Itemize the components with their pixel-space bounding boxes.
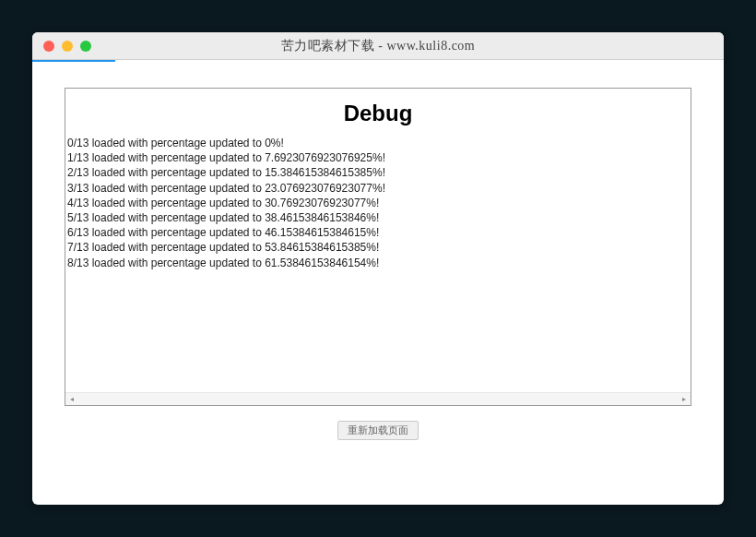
maximize-icon[interactable] <box>80 41 91 52</box>
reload-button[interactable]: 重新加载页面 <box>337 421 419 440</box>
window-titlebar: 苦力吧素材下载 - www.kuli8.com <box>32 32 724 60</box>
debug-panel: Debug 0/13 loaded with percentage update… <box>65 88 691 406</box>
log-line: 5/13 loaded with percentage updated to 3… <box>67 210 689 225</box>
log-line: 7/13 loaded with percentage updated to 5… <box>67 240 689 255</box>
log-line: 1/13 loaded with percentage updated to 7… <box>67 150 689 165</box>
debug-header: Debug <box>65 89 691 136</box>
scroll-right-icon[interactable]: ▸ <box>678 393 691 406</box>
log-line: 0/13 loaded with percentage updated to 0… <box>67 136 689 150</box>
log-line: 3/13 loaded with percentage updated to 2… <box>67 181 689 196</box>
horizontal-scrollbar[interactable]: ◂ ▸ <box>65 392 691 405</box>
minimize-icon[interactable] <box>62 41 73 52</box>
browser-window: 苦力吧素材下载 - www.kuli8.com Debug 0/13 loade… <box>32 32 724 505</box>
log-line: 2/13 loaded with percentage updated to 1… <box>67 165 689 180</box>
content-area: Debug 0/13 loaded with percentage update… <box>32 62 724 505</box>
log-line: 6/13 loaded with percentage updated to 4… <box>67 225 689 240</box>
window-title: 苦力吧素材下载 - www.kuli8.com <box>32 38 724 54</box>
debug-title: Debug <box>65 101 691 126</box>
log-line: 4/13 loaded with percentage updated to 3… <box>67 196 689 210</box>
scroll-left-icon[interactable]: ◂ <box>65 393 78 406</box>
close-icon[interactable] <box>43 41 54 52</box>
traffic-lights <box>32 41 91 52</box>
debug-log: 0/13 loaded with percentage updated to 0… <box>65 136 691 392</box>
log-line: 8/13 loaded with percentage updated to 6… <box>67 256 689 270</box>
